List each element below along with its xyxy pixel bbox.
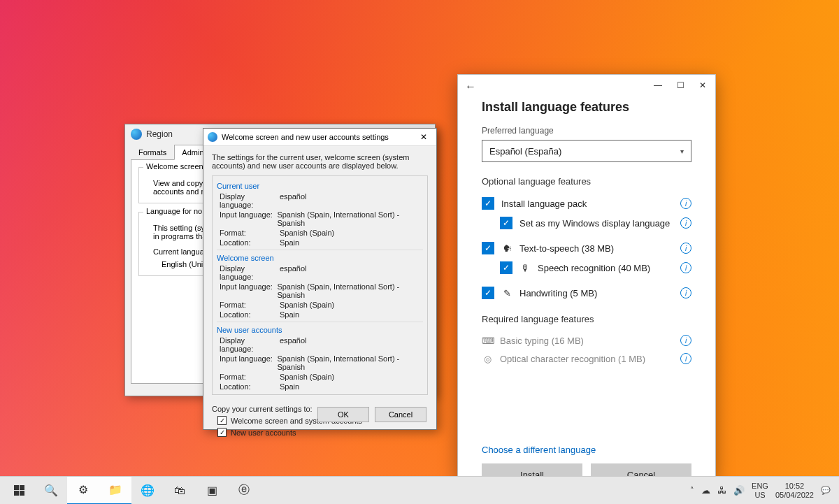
info-icon[interactable]: i — [680, 287, 691, 298]
optional-features-heading: Optional language features — [482, 176, 691, 187]
checkbox-language-pack[interactable]: ✓ — [482, 197, 494, 210]
tts-icon: 🗣 — [501, 243, 512, 254]
checkbox-icon: ✓ — [217, 428, 227, 437]
ocr-icon: ◎ — [482, 354, 493, 364]
welcome-settings-dialog: Welcome screen and new user accounts set… — [203, 128, 437, 430]
taskbar-terminal[interactable]: ▣ — [196, 477, 228, 505]
search-button[interactable]: 🔍 — [35, 477, 67, 505]
checkbox-new-user[interactable]: ✓ New user accounts — [217, 428, 428, 437]
taskbar-edge[interactable]: 🌐 — [131, 477, 164, 505]
taskbar-store[interactable]: 🛍 — [164, 477, 196, 505]
required-features-heading: Required language features — [482, 314, 691, 324]
chevron-down-icon: ▾ — [680, 147, 684, 155]
taskbar-settings[interactable]: ⚙ — [67, 477, 99, 505]
region-title: Region — [146, 129, 173, 139]
checkbox-handwriting[interactable]: ✓ — [482, 287, 494, 299]
tray-chevron-up-icon[interactable]: ˄ — [690, 486, 694, 495]
minimize-icon[interactable]: — — [647, 75, 669, 95]
microphone-icon: 🎙 — [519, 263, 531, 273]
maximize-icon[interactable]: ☐ — [669, 75, 691, 95]
globe-icon — [131, 129, 142, 140]
welcome-intro: The settings for the current user, welco… — [212, 153, 428, 170]
preferred-language-label: Preferred language — [482, 126, 691, 136]
tab-formats[interactable]: Formats — [131, 145, 174, 160]
language-indicator[interactable]: ENG US — [752, 482, 768, 498]
action-center-icon[interactable]: 💬 — [821, 486, 831, 495]
network-icon[interactable]: 🖧 — [717, 485, 726, 496]
checkbox-tts[interactable]: ✓ — [482, 242, 494, 254]
install-language-window: ← — ☐ ✕ Install language features Prefer… — [457, 74, 716, 480]
onedrive-icon[interactable]: ☁ — [701, 485, 710, 496]
volume-icon[interactable]: 🔊 — [733, 485, 745, 496]
keyboard-icon: ⌨ — [482, 336, 493, 346]
info-icon[interactable]: i — [680, 262, 691, 273]
info-icon[interactable]: i — [680, 217, 691, 229]
welcome-dialog-title: Welcome screen and new user accounts set… — [222, 133, 389, 141]
windows-logo-icon — [14, 485, 24, 496]
info-icon[interactable]: i — [680, 243, 691, 254]
back-icon[interactable]: ← — [465, 80, 476, 93]
close-icon[interactable]: ✕ — [691, 75, 714, 95]
checkbox-speech[interactable]: ✓ — [500, 261, 512, 274]
section-welcome-screen: Welcome screen — [217, 252, 423, 264]
start-button[interactable] — [3, 477, 35, 505]
taskbar-ie[interactable]: ⓔ — [228, 477, 260, 505]
taskbar: 🔍 ⚙ 📁 🌐 🛍 ▣ ⓔ ˄ ☁ 🖧 🔊 ENG US 10:52 05/04… — [0, 476, 839, 504]
preferred-language-select[interactable]: Español (España) ▾ — [482, 140, 691, 162]
clock[interactable]: 10:52 05/04/2022 — [775, 482, 814, 498]
page-title: Install language features — [482, 100, 691, 115]
globe-icon — [208, 132, 217, 142]
section-new-user: New user accounts — [217, 324, 423, 336]
ok-button[interactable]: OK — [317, 407, 369, 422]
close-icon[interactable]: ✕ — [415, 132, 432, 142]
choose-different-language-link[interactable]: Choose a different language — [482, 445, 596, 455]
taskbar-explorer[interactable]: 📁 — [99, 477, 131, 505]
cancel-button[interactable]: Cancel — [375, 407, 426, 422]
info-icon[interactable]: i — [680, 335, 691, 346]
info-icon[interactable]: i — [680, 353, 691, 364]
checkbox-display-language[interactable]: ✓ — [500, 217, 512, 229]
handwriting-icon: ✎ — [501, 288, 512, 298]
info-icon[interactable]: i — [680, 198, 691, 209]
section-current-user: Current user — [217, 180, 423, 192]
checkbox-icon: ✓ — [217, 416, 227, 425]
